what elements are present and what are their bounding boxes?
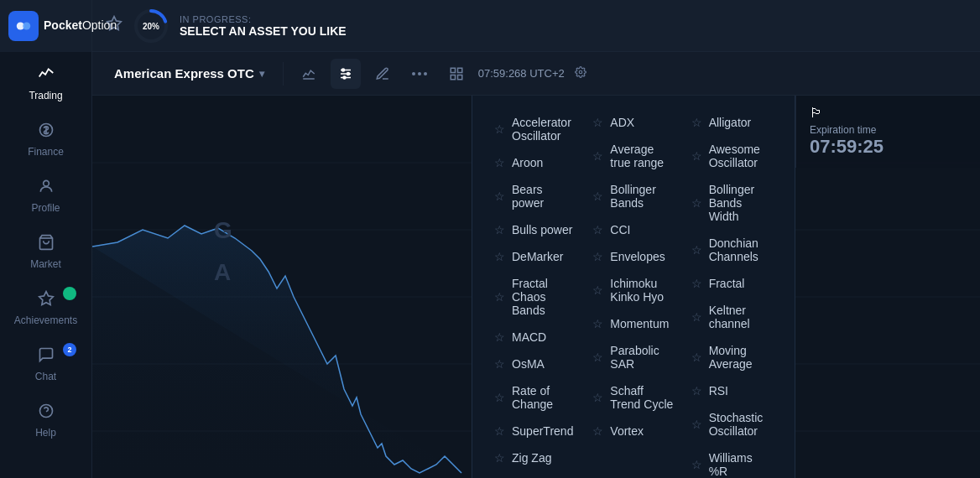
star-icon[interactable]: ☆ [494,156,505,169]
indicator-fractal[interactable]: ☆ Fractal [683,270,781,297]
star-icon[interactable]: ☆ [494,424,505,438]
indicator-accelerator-oscillator[interactable]: ☆ Accelerator Oscillator [486,109,584,149]
star-icon[interactable]: ☆ [691,458,702,471]
indicator-name: Average true range [610,143,674,169]
indicators-button[interactable] [331,59,361,89]
indicator-bollinger-bands[interactable]: ☆ Bollinger Bands [584,176,682,216]
indicator-aroon[interactable]: ☆ Aroon [486,149,584,176]
indicator-cci[interactable]: ☆ CCI [584,216,682,243]
star-icon[interactable]: ☆ [592,351,603,364]
star-icon[interactable]: ☆ [691,277,702,290]
indicator-bulls-power[interactable]: ☆ Bulls power [486,216,584,243]
trading-icon [37,64,55,86]
indicator-osma[interactable]: ☆ OsMA [486,351,584,377]
indicator-keltner-channel[interactable]: ☆ Keltner channel [683,297,781,337]
indicator-moving-average[interactable]: ☆ Moving Average [683,337,781,377]
indicator-name: Bulls power [512,223,572,236]
star-icon[interactable]: ☆ [494,223,505,236]
star-icon[interactable]: ☆ [691,149,702,163]
svg-rect-24 [457,75,461,79]
star-icon[interactable]: ☆ [592,424,603,438]
star-icon[interactable]: ☆ [494,190,505,203]
star-icon[interactable]: ☆ [592,250,603,263]
logo-icon [8,11,39,41]
indicator-name: Stochastic Oscillator [709,411,773,438]
indicator-zig-zag[interactable]: ☆ Zig Zag [486,444,584,471]
star-icon[interactable]: ☆ [592,391,603,404]
star-icon[interactable]: ☆ [592,223,603,236]
indicator-name: MACD [512,330,546,344]
indicator-name: Momentum [610,317,669,330]
indicator-williams-r[interactable]: ☆ Williams %R [683,444,781,478]
sidebar-item-finance[interactable]: Finance [0,110,91,166]
main-content: 20% In progress: SELECT AN ASSET YOU LIK… [92,0,980,478]
star-icon[interactable]: ☆ [494,451,505,465]
indicator-supertrend[interactable]: ☆ SuperTrend [486,418,584,444]
indicator-envelopes[interactable]: ☆ Envelopes [584,243,682,270]
draw-button[interactable] [368,59,398,89]
indicator-name: DeMarker [512,250,563,263]
indicator-stochastic-oscillator[interactable]: ☆ Stochastic Oscillator [683,404,781,444]
indicators-dropdown: ☆ Accelerator Oscillator ☆ Aroon ☆ Bears… [472,96,795,478]
star-icon[interactable]: ☆ [592,190,603,203]
star-icon[interactable]: ☆ [592,116,603,129]
chart-time: 07:59:268 UTC+2 [478,67,565,80]
indicator-name: RSI [709,384,728,397]
indicator-demarker[interactable]: ☆ DeMarker [486,243,584,270]
star-icon[interactable]: ☆ [494,250,505,263]
indicator-parabolic-sar[interactable]: ☆ Parabolic SAR [584,337,682,377]
svg-rect-21 [451,68,455,72]
star-icon[interactable]: ☆ [691,384,702,397]
indicator-ichimoku-kinko-hyo[interactable]: ☆ Ichimoku Kinko Hyo [584,270,682,310]
indicator-donchian-channels[interactable]: ☆ Donchian Channels [683,230,781,270]
star-icon[interactable]: ☆ [691,243,702,257]
indicators-column-3: ☆ Alligator ☆ Awesome Oscillator ☆ Bolli… [683,109,781,478]
sidebar-item-chat[interactable]: 2 Chat [0,335,91,391]
sidebar-item-trading[interactable]: Trading [0,52,91,110]
line-chart-button[interactable] [294,59,324,89]
star-icon[interactable]: ☆ [494,391,505,404]
indicator-rsi[interactable]: ☆ RSI [683,377,781,404]
indicator-macd[interactable]: ☆ MACD [486,324,584,351]
more-button[interactable] [404,59,435,89]
profile-icon [38,178,55,199]
chart-settings-icon[interactable] [575,66,586,81]
svg-marker-5 [39,292,53,305]
indicator-bollinger-bands-width[interactable]: ☆ Bollinger Bands Width [683,176,781,230]
star-icon[interactable]: ☆ [494,330,505,344]
indicator-schaff-trend-cycle[interactable]: ☆ Schaff Trend Cycle [584,377,682,418]
sidebar-item-help[interactable]: Help [0,391,91,447]
indicator-average-true-range[interactable]: ☆ Average true range [584,136,682,176]
sidebar-item-achievements[interactable]: Achievements [0,278,91,335]
star-icon[interactable]: ☆ [494,357,505,371]
indicator-awesome-oscillator[interactable]: ☆ Awesome Oscillator [683,136,781,176]
chart-area: G A 🏳 Expiration time 07:59:25 ☆ Acceler… [92,96,980,478]
indicator-vortex[interactable]: ☆ Vortex [584,418,682,444]
finance-label: Finance [28,146,64,158]
indicator-rate-of-change[interactable]: ☆ Rate of Change [486,377,584,418]
star-icon[interactable]: ☆ [691,196,702,210]
indicator-alligator[interactable]: ☆ Alligator [683,109,781,136]
indicators-column-2: ☆ ADX ☆ Average true range ☆ Bollinger B… [584,109,682,478]
indicator-bears-power[interactable]: ☆ Bears power [486,176,584,216]
achievements-badge [63,287,76,300]
indicator-momentum[interactable]: ☆ Momentum [584,310,682,337]
star-icon[interactable]: ☆ [494,122,505,136]
star-icon[interactable]: ☆ [494,290,505,304]
star-icon[interactable]: ☆ [592,149,603,163]
star-icon[interactable]: ☆ [691,418,702,431]
indicator-fractal-chaos-bands[interactable]: ☆ Fractal Chaos Bands [486,270,584,324]
star-icon[interactable]: ☆ [691,310,702,324]
star-icon[interactable]: ☆ [592,317,603,330]
indicator-name: Bollinger Bands Width [709,183,773,223]
sidebar-item-profile[interactable]: Profile [0,166,91,222]
indicator-adx[interactable]: ☆ ADX [584,109,682,136]
sidebar-item-market[interactable]: Market [0,222,91,278]
chart-label-a: A [214,259,231,286]
star-icon[interactable]: ☆ [691,116,702,129]
grid-button[interactable] [441,59,472,89]
star-icon[interactable]: ☆ [592,283,603,297]
asset-selector[interactable]: American Express OTC ▾ [106,61,273,86]
star-icon[interactable]: ☆ [691,351,702,364]
logo[interactable]: PocketOption [0,0,91,52]
